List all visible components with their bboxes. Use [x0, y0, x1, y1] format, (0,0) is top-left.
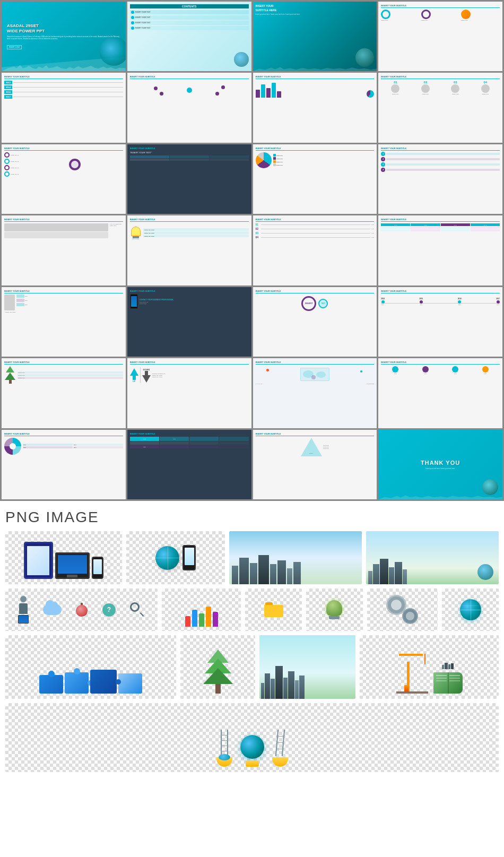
png-section: PNG IMAGE: [0, 501, 504, 782]
gears-icon: [388, 596, 417, 623]
slide-8[interactable]: INSERT YOUR SUBTITLE 01 INSERT TEXT 02 I…: [378, 73, 502, 142]
png-row-4: [5, 703, 499, 772]
hero-description: Started its business in Seoul Korea, in …: [7, 36, 120, 40]
slide-2-contents[interactable]: CONTENTS INSERT YOUR TEXT INSERT YOUR TE…: [127, 2, 251, 71]
png-row-2: ?: [5, 588, 499, 631]
png-row-3: [5, 635, 499, 699]
slide-4-header: INSERT YOUR SUBTITLE: [381, 4, 500, 8]
png-item-crane-book: [360, 635, 499, 699]
thankyou-title: THANK YOU: [421, 460, 460, 466]
slide-24[interactable]: INSERT YOUR SUBTITLE TEXT TEXT TEXT TEXT: [378, 358, 502, 428]
lightbulb-icon: [326, 600, 342, 619]
slide-3-subheader: SUBTITLE HERE: [256, 8, 375, 12]
slide-1-hero[interactable]: ASADAL 29SET WIDE POWER PPT Started its …: [2, 2, 126, 71]
slide-21[interactable]: INSERT YOUR SUBTITLE INSERT TEXT INSERT …: [2, 358, 126, 428]
png-item-globe-teal: [442, 588, 499, 631]
slide-11[interactable]: INSERT YOUR SUBTITLE INSERT TEXT INSERT …: [253, 144, 377, 214]
slide-3-text: Insert your text here. Insert your text …: [256, 13, 375, 15]
png-item-cityscape-dark: [259, 635, 355, 699]
png-item-cityscape: [229, 531, 362, 584]
icon-person-phone: [18, 596, 29, 624]
icon-magnifier: [130, 602, 145, 617]
slide-19[interactable]: INSERT YOUR SUBTITLE INSERT TEXT: [253, 287, 377, 357]
slide-28-thankyou[interactable]: THANK YOU Insert your text here. Insert …: [378, 430, 502, 499]
tablet-screen: [27, 546, 49, 575]
slide-27[interactable]: INSERT YOUR SUBTITLE EVENT YOUR TEXT YOU…: [253, 430, 377, 499]
contents-item-3: INSERT YOUR TEXT: [135, 22, 151, 24]
png-item-cityscape-green: [366, 531, 499, 584]
png-item-globe-phone: [126, 531, 225, 584]
icon-apple: [76, 603, 88, 617]
png-item-folder: [245, 588, 302, 631]
icon-cloud: [43, 604, 62, 615]
slide-17[interactable]: INSERT YOUR SUBTITLE TEXT TEXT TEXT: [2, 287, 126, 357]
slide-12[interactable]: INSERT YOUR SUBTITLE 1 2 3 4: [378, 144, 502, 214]
folder-body: [264, 605, 283, 617]
slide-grid: ASADAL 29SET WIDE POWER PPT Started its …: [0, 0, 504, 501]
device-phone-2: [183, 545, 196, 570]
contents-item-1: INSERT YOUR TEXT: [135, 11, 151, 13]
slide-22[interactable]: INSERT YOUR SUBTITLE UP DOWN GROWING INT…: [127, 358, 251, 428]
png-item-gears: [367, 588, 438, 631]
globe-icon-large: [155, 546, 179, 570]
folder-icon: [264, 602, 283, 617]
monitor-screen: [58, 555, 87, 574]
slide-5[interactable]: INSERT YOUR SUBTITLE 2012 2014 2016 2017: [2, 73, 126, 142]
slide-4[interactable]: INSERT YOUR SUBTITLE INSERT TEXT INSERT …: [378, 2, 502, 71]
contents-item-2: INSERT YOUR TEXT: [135, 16, 151, 19]
png-item-tablet-phone: [5, 531, 122, 584]
hero-logo: INSERT LOGO: [9, 46, 20, 48]
device-monitor: [55, 552, 90, 579]
contents-header: CONTENTS: [130, 4, 249, 8]
png-item-tree: [180, 635, 255, 699]
monitor-stand: [67, 575, 77, 577]
slide-20[interactable]: INSERT YOUR SUBTITLE 2014 TEXT 2015 TEXT: [378, 287, 502, 357]
slide-9[interactable]: INSERT YOUR SUBTITLE INSERT TEXT 01 INSE…: [2, 144, 126, 214]
hand-ladder-2: [272, 730, 288, 767]
chart-bars: [185, 603, 218, 627]
globe-teal-icon: [460, 599, 481, 620]
book-icon: [433, 672, 463, 694]
slide-23[interactable]: INSERT YOUR SUBTITLE 01 YOUR TEXT 03 YOU…: [253, 358, 377, 428]
png-item-icons-row: ?: [5, 588, 158, 631]
slide-13[interactable]: INSERT YOUR SUBTITLE CLICK TO INSERT TEX…: [2, 215, 126, 285]
contents-item-4: INSERT YOUR TEXT: [135, 27, 151, 29]
hero-title: ASADAL 29SET WIDE POWER PPT: [7, 23, 120, 33]
png-item-bulb: [306, 588, 363, 631]
crane-scene: [396, 646, 428, 694]
slides-section: ASADAL 29SET WIDE POWER PPT Started its …: [0, 0, 504, 501]
phone-screen-1: [93, 559, 102, 574]
slide-15[interactable]: INSERT YOUR SUBTITLE 01 TEXT 02 TEXT 03 …: [253, 215, 377, 285]
slide-3-header: INSERT YOUR: [256, 4, 375, 7]
slide-3[interactable]: INSERT YOUR SUBTITLE HERE Insert your te…: [253, 2, 377, 71]
hand-ladder-1: [216, 730, 232, 767]
phone-screen-2: [185, 548, 194, 565]
icon-question: ?: [102, 603, 116, 617]
puzzle-pieces: [39, 670, 142, 694]
device-phone-1: [92, 557, 103, 579]
png-item-hands-ladders: [5, 703, 499, 772]
png-item-puzzle-large: [5, 635, 176, 699]
slide-16[interactable]: INSERT YOUR SUBTITLE HEAD HEAD HEAD HEAD: [378, 215, 502, 285]
png-item-chart: [162, 588, 241, 631]
slide-25[interactable]: INSERT YOUR SUBTITLE TEXT TEXT TEXT TEXT: [2, 430, 126, 499]
slide-10[interactable]: INSERT YOUR SUBTITLE "INSERT YOUR TEXT": [127, 144, 251, 214]
globe-center-scene: [240, 735, 264, 767]
png-section-title: PNG IMAGE: [5, 509, 499, 526]
tree-icon-large: [203, 650, 233, 694]
slide-14[interactable]: INSERT YOUR SUBTITLE CLICK TO INSERT INS…: [127, 215, 251, 285]
slide-7[interactable]: INSERT YOUR SUBTITLE: [253, 73, 377, 142]
slide-26[interactable]: INSERT YOUR SUBTITLE HEAD TEXT www: [127, 430, 251, 499]
slide-6[interactable]: INSERT YOUR SUBTITLE: [127, 73, 251, 142]
slide-18[interactable]: INSERT YOUR SUBTITLE CONTACT YOUR BUSINE…: [127, 287, 251, 357]
device-tablet: [24, 542, 53, 579]
png-row-1: [5, 531, 499, 584]
